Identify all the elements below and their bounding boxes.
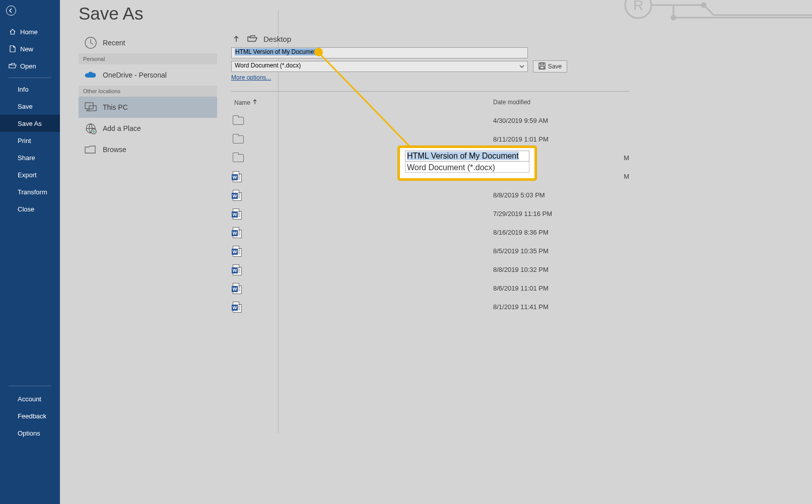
file-date-text: 8/8/2019 10:32 PM (493, 266, 594, 273)
file-date-text: 8/11/2019 1:01 PM (493, 135, 594, 143)
sidebar-item-print[interactable]: Print (0, 132, 60, 149)
file-date-text: 8/8/2019 5:03 PM (493, 191, 594, 199)
location-label: Add a Place (103, 124, 141, 132)
more-options-link[interactable]: More options... (231, 74, 271, 81)
sidebar-item-label: Save (18, 103, 33, 110)
sidebar-item-info[interactable]: Info (0, 81, 60, 98)
location-add-place[interactable]: Add a Place (79, 118, 217, 139)
svg-rect-2 (89, 106, 96, 111)
column-header-date[interactable]: Date modified (493, 99, 594, 106)
list-item[interactable]: W 8/5/2019 10:35 PM (231, 242, 629, 260)
sidebar-item-label: Open (20, 62, 36, 70)
sidebar-item-home[interactable]: Home (0, 23, 60, 40)
sidebar-item-label: New (20, 45, 33, 53)
word-doc-icon: W (233, 227, 253, 238)
sidebar-item-open[interactable]: Open (0, 57, 60, 75)
location-label: Recent (103, 39, 125, 47)
sidebar-separator (9, 78, 51, 78)
watermark-graphic: R (613, 0, 812, 35)
backstage-sidebar: Home New Open Info Save Save As Print Sh… (0, 0, 60, 504)
annotation-callout: HTML Version of My Document Word Documen… (398, 146, 536, 180)
this-pc-icon (83, 102, 98, 113)
sidebar-item-label: Transform (18, 188, 47, 196)
svg-point-10 (671, 16, 675, 20)
location-label: This PC (103, 103, 128, 111)
save-label: Save (548, 63, 562, 70)
sidebar-item-label: Info (18, 86, 29, 93)
sidebar-item-feedback[interactable]: Feedback (0, 407, 60, 424)
home-icon (9, 28, 17, 36)
location-recent[interactable]: Recent (79, 32, 217, 53)
callout-filename-input: HTML Version of My Document (405, 151, 529, 162)
sidebar-item-saveas[interactable]: Save As (0, 115, 60, 132)
sidebar-item-save[interactable]: Save (0, 98, 60, 115)
location-this-pc[interactable]: This PC (79, 97, 217, 118)
sidebar-item-label: Save As (18, 120, 42, 127)
word-doc-icon: W (233, 302, 253, 313)
folder-icon (233, 135, 253, 143)
sidebar-item-label: Export (18, 171, 37, 179)
file-date-text: 8/1/2019 11:41 PM (493, 303, 594, 311)
svg-line-12 (319, 53, 419, 156)
sidebar-item-label: Print (18, 137, 31, 145)
word-doc-icon: W (233, 246, 253, 257)
sidebar-item-share[interactable]: Share (0, 149, 60, 166)
list-item[interactable]: W 8/1/2019 11:41 PM (231, 298, 629, 316)
sidebar-mid-group: Info Save Save As Print Share Export Tra… (0, 81, 60, 218)
word-doc-icon: W (233, 264, 253, 275)
file-date-text: 7/29/2019 11:16 PM (493, 210, 594, 218)
sidebar-item-label: Close (18, 205, 34, 213)
sidebar-item-transform[interactable]: Transform (0, 183, 60, 200)
sidebar-item-options[interactable]: Options (0, 424, 60, 442)
page-title: Save As (79, 4, 143, 24)
word-doc-icon: W (233, 171, 248, 182)
file-date-text: 4/30/2019 9:59 AM (493, 117, 594, 124)
new-file-icon (9, 45, 17, 53)
filename-text: HTML Version of My Document (235, 48, 319, 55)
svg-text:R: R (633, 0, 643, 13)
breadcrumb-location[interactable]: Desktop (263, 35, 291, 43)
save-button[interactable]: Save (533, 60, 567, 73)
list-item[interactable]: W 8/8/2019 5:03 PM (231, 186, 629, 204)
location-panel: Recent Personal OneDrive - Personal Othe… (79, 32, 217, 160)
svg-rect-6 (540, 63, 544, 65)
onedrive-icon (83, 70, 98, 80)
location-heading-other: Other locations (79, 86, 217, 97)
location-onedrive[interactable]: OneDrive - Personal (79, 64, 217, 86)
sidebar-item-label: Feedback (18, 412, 46, 420)
callout-filename-text: HTML Version of My Document (407, 152, 519, 160)
list-item[interactable]: W 8/16/2019 8:36 PM (231, 223, 629, 242)
list-item[interactable]: W 7/29/2019 11:16 PM (231, 204, 629, 223)
clock-icon (83, 36, 98, 49)
sidebar-item-label: Share (18, 154, 35, 162)
list-item[interactable]: W 8/6/2019 11:01 PM (231, 279, 629, 298)
list-item[interactable]: W 8/8/2019 10:32 PM (231, 260, 629, 279)
callout-filetype-text: Word Document (*.docx) (407, 163, 495, 172)
location-browse[interactable]: Browse (79, 139, 217, 160)
folder-icon (233, 154, 248, 162)
column-header-name-label: Name (234, 99, 250, 106)
location-label: OneDrive - Personal (103, 71, 167, 79)
sidebar-item-account[interactable]: Account (0, 390, 60, 407)
word-doc-icon: W (233, 208, 253, 220)
sidebar-item-label: Account (18, 395, 41, 403)
sidebar-item-label: Options (18, 429, 40, 437)
annotation-dot (314, 48, 323, 56)
sort-asc-icon (252, 99, 257, 106)
file-date-text: 8/6/2019 11:01 PM (493, 284, 594, 292)
sidebar-item-label: Home (20, 28, 38, 36)
open-folder-icon (9, 62, 17, 70)
folder-open-icon (247, 34, 257, 44)
breadcrumb: Desktop (231, 32, 629, 45)
up-one-level-button[interactable] (231, 34, 241, 44)
save-icon (538, 62, 546, 71)
sidebar-item-export[interactable]: Export (0, 166, 60, 183)
location-label: Browse (103, 146, 126, 154)
chevron-down-icon (518, 63, 525, 70)
back-button[interactable] (6, 6, 16, 16)
file-date-text: 8/5/2019 10:35 PM (493, 247, 594, 255)
sidebar-item-new[interactable]: New (0, 40, 60, 57)
sidebar-bottom-group: Account Feedback Options (0, 383, 60, 442)
sidebar-top-group: Home New Open (0, 23, 60, 81)
sidebar-item-close[interactable]: Close (0, 200, 60, 218)
